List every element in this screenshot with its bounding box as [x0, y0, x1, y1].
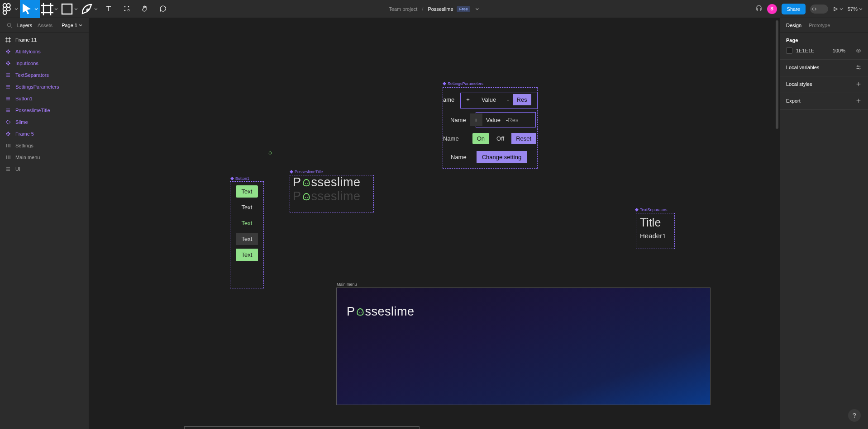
eye-icon[interactable]	[855, 47, 862, 54]
project-name[interactable]: Team project	[389, 6, 417, 12]
row2-plus[interactable]: +	[470, 113, 482, 126]
svg-point-16	[307, 183, 308, 184]
tab-prototype[interactable]: Prototype	[809, 23, 830, 28]
figma-logo-icon	[0, 2, 14, 16]
color-hex[interactable]: 1E1E1E	[796, 48, 829, 53]
row2-value[interactable]: Value	[486, 117, 501, 123]
plus-icon[interactable]	[855, 98, 862, 104]
tab-assets[interactable]: Assets	[38, 23, 52, 28]
slime-glyph-icon	[302, 178, 311, 187]
local-styles-section[interactable]: Local styles	[780, 76, 868, 93]
component-label-settingsparameters[interactable]: SettingsParameters	[443, 81, 483, 86]
layers-list: Frame 11AbilityIconsInputIconsTextSepara…	[0, 33, 89, 175]
button1-frame[interactable]: Text Text Text Text Text	[230, 181, 264, 288]
frame-icon	[5, 37, 11, 42]
chevron-down-icon	[54, 7, 58, 11]
layer-row[interactable]: Settings	[0, 140, 89, 151]
component-label-textseparators[interactable]: TextSeparators	[635, 207, 668, 212]
plan-badge[interactable]: Free	[457, 6, 470, 12]
right-panel: Design Prototype Page 1E1E1E 100% Local …	[779, 18, 868, 429]
pen-tool[interactable]	[80, 0, 100, 18]
audio-icon[interactable]	[755, 5, 763, 13]
row4-change[interactable]: Change setting	[477, 151, 527, 163]
help-button[interactable]: ?	[848, 409, 861, 422]
settingsparameters-frame[interactable]: ame + Value - Res Name + Value -Res	[443, 87, 538, 169]
textseparators-frame[interactable]: Title Header1	[636, 213, 675, 249]
sliders-icon[interactable]	[855, 64, 862, 71]
tab-layers[interactable]: Layers	[17, 23, 32, 28]
search-icon[interactable]	[6, 22, 13, 28]
mainmenu-frame[interactable]: P sseslime	[336, 288, 711, 405]
slime-shape[interactable]	[268, 150, 272, 154]
component-label-posseslimetitle[interactable]: PosseslimeTitle	[290, 170, 323, 174]
mainmenu-title[interactable]: P sseslime	[347, 305, 415, 319]
layer-row[interactable]: Button1	[0, 93, 89, 104]
avatar[interactable]: S	[767, 4, 777, 14]
button-variant-1[interactable]: Text	[236, 185, 258, 198]
row3-on[interactable]: On	[472, 133, 489, 144]
export-section[interactable]: Export	[780, 93, 868, 110]
layer-row[interactable]: PosseslimeTitle	[0, 104, 89, 116]
list-icon	[5, 84, 11, 90]
row3-reset[interactable]: Reset	[511, 133, 536, 144]
page-selector[interactable]: Page 1	[62, 23, 82, 28]
row2-name[interactable]: Name	[450, 117, 466, 123]
layer-row[interactable]: Frame 11	[0, 34, 89, 46]
layer-row[interactable]: Main menu	[0, 151, 89, 163]
layer-row[interactable]: InputIcons	[0, 57, 89, 69]
button-variant-5[interactable]: Text	[236, 249, 258, 261]
canvas-scrollbar[interactable]	[776, 20, 778, 129]
button-variant-3[interactable]: Text	[236, 217, 258, 229]
row2-minus-reset[interactable]: -Res	[506, 117, 518, 123]
frame-tool[interactable]	[40, 0, 60, 18]
file-breadcrumb[interactable]: Team project / Posseslime Free	[389, 6, 479, 12]
button-variant-4[interactable]: Text	[236, 233, 258, 245]
row1-plus[interactable]: +	[466, 96, 470, 103]
dev-mode-toggle[interactable]	[810, 5, 828, 14]
svg-point-11	[7, 23, 11, 27]
row1-value[interactable]: Value	[482, 96, 496, 103]
canvas[interactable]: SettingsParameters ame + Value - Res Nam…	[89, 18, 779, 429]
share-button[interactable]: Share	[782, 4, 806, 14]
hand-tool[interactable]	[136, 0, 154, 18]
button-variant-2[interactable]: Text	[236, 201, 258, 213]
color-swatch[interactable]	[786, 47, 792, 54]
list-icon	[5, 72, 11, 78]
layer-row[interactable]: AbilityIcons	[0, 46, 89, 57]
shape-tool[interactable]	[60, 0, 80, 18]
component-icon	[635, 208, 639, 212]
chevron-down-icon[interactable]	[476, 7, 479, 11]
figma-menu[interactable]	[0, 0, 20, 18]
plus-icon[interactable]	[855, 81, 862, 87]
row1-minus[interactable]: -	[507, 96, 509, 103]
file-name[interactable]: Posseslime	[428, 6, 453, 12]
row3-name[interactable]: Name	[443, 135, 459, 142]
text-icon	[105, 5, 112, 13]
ts-title[interactable]: Title	[636, 213, 674, 230]
component-icon	[5, 61, 11, 66]
layer-row[interactable]: Frame 5	[0, 128, 89, 140]
layer-row[interactable]: Slime	[0, 116, 89, 128]
row3-off[interactable]: Off	[493, 133, 508, 144]
layer-row[interactable]: SettingsParameters	[0, 81, 89, 93]
row1-reset[interactable]: Res	[513, 94, 531, 105]
pen-icon	[80, 2, 94, 16]
row4-name[interactable]: Name	[451, 154, 467, 160]
page-background-row[interactable]: 1E1E1E 100%	[786, 47, 862, 54]
move-tool[interactable]	[20, 0, 40, 18]
color-opacity[interactable]: 100%	[833, 48, 845, 53]
text-tool[interactable]	[100, 0, 118, 18]
comment-tool[interactable]	[154, 0, 172, 18]
frame-label-mainmenu[interactable]: Main menu	[337, 282, 357, 287]
layer-row[interactable]: UI	[0, 163, 89, 175]
local-variables-section[interactable]: Local variables	[780, 60, 868, 76]
component-label-button1[interactable]: Button1	[230, 176, 249, 181]
row1-name[interactable]: ame	[443, 96, 454, 103]
posseslimetitle-frame[interactable]: P sseslime P sseslime	[290, 175, 374, 212]
tab-design[interactable]: Design	[786, 23, 801, 28]
present-button[interactable]	[833, 6, 843, 12]
layer-row[interactable]: TextSeparators	[0, 69, 89, 81]
ts-header1[interactable]: Header1	[636, 230, 674, 241]
resources-tool[interactable]	[118, 0, 136, 18]
zoom-level[interactable]: 57%	[848, 6, 863, 12]
